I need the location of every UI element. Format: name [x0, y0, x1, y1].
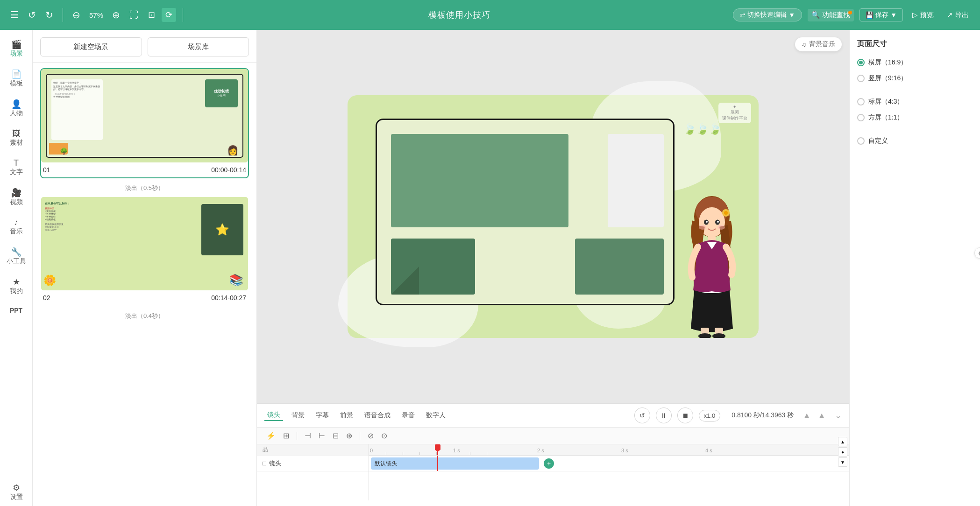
sidebar-item-music[interactable]: ♪ 音乐 [0, 213, 32, 240]
canvas-area: ♫ 背景音乐 🍃🍃🍃 [257, 30, 849, 506]
scene-item-2[interactable]: 在丰展你可以制作： 视频种类： • 英语合成 • 各种类型 • 各种各样 • 精… [40, 196, 249, 306]
radio-portrait [857, 75, 865, 82]
music-label: 音乐 [10, 227, 23, 236]
align-right-button[interactable]: ⊢ [317, 430, 327, 441]
scene-2-meta: 02 00:14-00:27 [41, 290, 248, 305]
playhead[interactable] [437, 444, 438, 455]
scenes-panel: 新建空场景 场景库 你好，我是一个示例文字， 这里展示文字内容，多行文字排列展示… [33, 30, 257, 506]
export-label: 导出 [955, 11, 969, 20]
character-figure [679, 189, 745, 338]
zoom-in-button[interactable]: ⊕ [109, 7, 123, 22]
tab-voice[interactable]: 语音合成 [362, 410, 393, 421]
sidebar-item-tools[interactable]: 🔧 小工具 [0, 242, 32, 270]
redo-icon: ↻ [45, 9, 53, 21]
svg-point-15 [712, 333, 725, 338]
scene-thumbnail-1: 你好，我是一个示例文字， 这里展示文字内容，多行文字排列展示效果很好，还可以继续… [41, 69, 248, 162]
track-row-camera: 默认镜头 + [369, 456, 849, 471]
watermark-line1: 展阅 [731, 109, 739, 115]
sidebar-item-template[interactable]: 📄 模板 [0, 64, 32, 92]
ppt-icon: PPT [10, 307, 22, 314]
new-scene-button[interactable]: 新建空场景 [40, 37, 142, 56]
tab-background[interactable]: 背景 [289, 410, 307, 421]
tab-foreground[interactable]: 前景 [337, 410, 356, 421]
scroll-up-button[interactable]: ▲ [838, 437, 847, 446]
svg-point-6 [717, 221, 719, 223]
fullscreen-button[interactable]: ⛶ [127, 8, 142, 22]
group-button[interactable]: ⊕ [344, 430, 354, 441]
ratio-standard[interactable]: 标屏（4:3） [857, 98, 973, 106]
mine-icon: ★ [13, 277, 20, 287]
inner-triangle [391, 267, 419, 295]
volume-down-icon[interactable]: ▲ [818, 411, 825, 420]
scene-2-number: 02 [43, 294, 50, 302]
scene-label: 场景 [10, 49, 23, 58]
scene-library-button[interactable]: 场景库 [148, 37, 249, 56]
filter-icon-button[interactable]: ⚡ [264, 430, 277, 441]
volume-up-icon[interactable]: ▲ [803, 411, 810, 420]
ratio-portrait[interactable]: 竖屏（9:16） [857, 74, 973, 83]
switch-edit-button[interactable]: ⇄ 切换快速编辑 ▼ [733, 8, 802, 21]
redo-button[interactable]: ↻ [43, 7, 56, 22]
track-label-camera: □ 镜头 [257, 456, 369, 471]
zoom-in-icon: ⊕ [112, 9, 120, 21]
expand-timeline-button[interactable]: ⌄ [835, 410, 842, 421]
time-display: 0.8100 秒/14.3963 秒 [731, 411, 794, 420]
stage-content: 🍃🍃🍃 ✦ 展阅 课件制作平台 [348, 95, 759, 338]
tab-subtitle[interactable]: 字幕 [313, 410, 332, 421]
tick-3 [419, 452, 420, 455]
tab-digital[interactable]: 数字人 [423, 410, 448, 421]
ratio-custom[interactable]: 自定义 [857, 137, 973, 145]
sidebar-item-video[interactable]: 🎥 视频 [0, 183, 32, 211]
material-label: 素材 [10, 139, 23, 147]
search-icon: 🔍 [811, 11, 820, 19]
save-button[interactable]: 💾 保存 ▼ [859, 8, 903, 21]
sidebar-item-mine[interactable]: ★ 我的 [0, 272, 32, 300]
zoom-out-button[interactable]: ⊖ [70, 7, 83, 22]
toolbar-divider-1 [63, 8, 63, 22]
export-button[interactable]: ↗ 导出 [943, 9, 973, 21]
scroll-middle-button[interactable]: ● [838, 447, 847, 457]
tab-record[interactable]: 录音 [399, 410, 418, 421]
pause-button[interactable]: ⏸ [656, 408, 672, 423]
fit-button[interactable]: ⊡ [145, 8, 158, 22]
distribute-button[interactable]: ⊟ [331, 430, 341, 441]
mark-1s: 1 s [453, 448, 460, 453]
music-icon: ♪ [14, 218, 18, 227]
radio-dot-landscape [859, 61, 863, 64]
preview-button[interactable]: ▷ 预览 [909, 9, 937, 21]
restart-button[interactable]: ↺ [634, 408, 650, 423]
stop-button[interactable]: ⏹ [677, 408, 693, 423]
sidebar-item-material[interactable]: 🖼 素材 [0, 124, 32, 152]
undo-button[interactable]: ↺ [25, 7, 39, 22]
text-label: 文字 [10, 168, 23, 176]
tab-lens[interactable]: 镜头 [264, 410, 283, 421]
sidebar-item-character[interactable]: 👤 人物 [0, 94, 32, 122]
scroll-down-button[interactable]: ▼ [838, 457, 847, 467]
split-button[interactable]: ⊘ [366, 430, 376, 441]
scenes-list: 你好，我是一个示例文字， 这里展示文字内容，多行文字排列展示效果很好，还可以继续… [33, 63, 256, 506]
sidebar-item-scene[interactable]: 🎬 场景 [0, 35, 32, 63]
canvas-stage[interactable]: 🍃🍃🍃 ✦ 展阅 课件制作平台 [257, 30, 849, 403]
inner-green-block-3 [575, 239, 664, 295]
scene-item-1[interactable]: 你好，我是一个示例文字， 这里展示文字内容，多行文字排列展示效果很好，还可以继续… [40, 68, 249, 178]
ratio-square[interactable]: 方屏（1:1） [857, 113, 973, 122]
loop-button[interactable]: ⟳ [162, 8, 176, 22]
ratio-landscape[interactable]: 横屏（16:9） [857, 58, 973, 67]
sidebar-item-ppt[interactable]: PPT [0, 302, 32, 319]
camera-clip[interactable]: 默认镜头 [371, 457, 539, 470]
sidebar-item-settings[interactable]: ⚙ 设置 [0, 478, 32, 506]
align-left-button[interactable]: ⊣ [303, 430, 313, 441]
stop-icon: ⏹ [682, 412, 689, 419]
search-function-button[interactable]: 🔍 功能查找 [808, 9, 854, 21]
grid-icon-button[interactable]: ⊞ [281, 430, 291, 441]
sidebar-item-text[interactable]: T 文字 [0, 154, 32, 181]
toolbar-divider-2 [183, 8, 183, 22]
menu-icon: ☰ [10, 9, 19, 21]
speed-display[interactable]: x1.0 [699, 410, 721, 422]
copy-button[interactable]: ⊙ [379, 430, 389, 441]
scene-2-time: 00:14-00:27 [211, 294, 246, 302]
add-icon: + [547, 460, 551, 467]
add-clip-button[interactable]: + [544, 458, 554, 469]
toolbar: ☰ ↺ ↻ ⊖ 57% ⊕ ⛶ ⊡ ⟳ 模板使用小技巧 ⇄ 切换快速编辑 ▼ 🔍… [0, 0, 980, 30]
menu-button[interactable]: ☰ [7, 7, 21, 22]
